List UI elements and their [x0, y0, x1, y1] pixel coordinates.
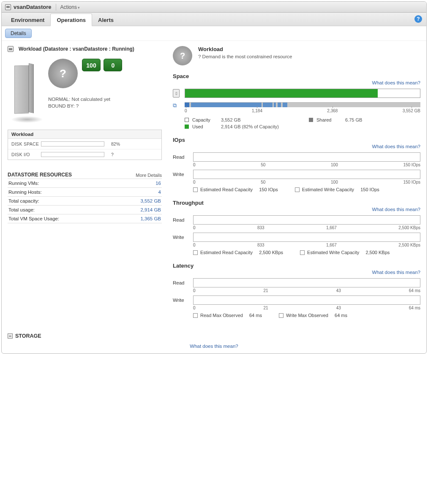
- tab-operations[interactable]: Operations: [50, 14, 92, 26]
- workload-box-title: Workload: [8, 130, 161, 139]
- datastore-icon: ▯: [173, 89, 180, 98]
- score-badge-100: 100: [82, 59, 101, 71]
- help-link[interactable]: What does this mean?: [190, 344, 238, 349]
- help-link[interactable]: What does this mean?: [173, 270, 420, 275]
- help-link[interactable]: What does this mean?: [173, 207, 420, 212]
- checkbox[interactable]: [300, 250, 305, 255]
- checkbox[interactable]: [295, 187, 300, 192]
- resources-table: Running VMs:16 Running Hosts:4 Total cap…: [8, 179, 162, 223]
- datastore-icon: [5, 4, 11, 10]
- throughput-read-bar: [193, 215, 420, 225]
- throughput-write-bar: [193, 233, 420, 242]
- space-bar: [185, 89, 420, 98]
- section-iops: IOps: [173, 137, 420, 143]
- titlebar: vsanDatastore Actions: [2, 2, 426, 13]
- table-row: Total usage:2,914 GB: [8, 206, 162, 214]
- iops-read-bar: [193, 152, 420, 162]
- checkbox[interactable]: [193, 250, 198, 255]
- more-details-link[interactable]: More Details: [136, 173, 162, 178]
- vms-icon: ⧉: [173, 102, 180, 109]
- table-row: Total capacity:3,552 GB: [8, 197, 162, 206]
- latency-write-bar: [193, 295, 420, 305]
- latency-read-bar: [193, 278, 420, 287]
- right-header: ? Workload ? Demand is the most constrai…: [173, 46, 420, 65]
- datastore-icon: [8, 46, 14, 52]
- space-axis: 0 1,184 2,368 3,552 GB: [185, 108, 420, 113]
- table-row: Running Hosts:4: [8, 188, 162, 197]
- section-space: Space: [173, 73, 420, 79]
- section-latency: Latency: [173, 263, 420, 269]
- checkbox[interactable]: [279, 313, 284, 318]
- server-graphic: [9, 63, 43, 122]
- space-legend: Capacity3,552 GB Shared6.75 GB Used2,914…: [185, 117, 420, 129]
- checkbox[interactable]: [193, 313, 198, 318]
- help-link[interactable]: What does this mean?: [173, 80, 420, 85]
- subbar: Details: [2, 26, 426, 41]
- distribution-bar: [185, 102, 420, 107]
- section-throughput: Throughput: [173, 200, 420, 206]
- actions-menu[interactable]: Actions: [60, 4, 80, 10]
- table-row: Total VM Space Usage:1,365 GB: [8, 214, 162, 223]
- workload-row-diskspace: DISK SPACE 82%: [8, 139, 161, 149]
- help-icon[interactable]: ?: [414, 15, 422, 23]
- collapse-icon[interactable]: −: [8, 333, 13, 339]
- score-badge-0: 0: [104, 59, 122, 71]
- checkbox[interactable]: [193, 187, 198, 192]
- workload-box: Workload DISK SPACE 82% DISK I/O ?: [8, 130, 162, 160]
- tabs: Environment Operations Alerts ?: [2, 13, 426, 26]
- tab-alerts[interactable]: Alerts: [92, 14, 120, 26]
- right-title: Workload: [198, 46, 292, 52]
- left-status: NORMAL: Not calculated yet BOUND BY: ?: [48, 96, 160, 109]
- title: vsanDatastore: [14, 4, 52, 10]
- iops-write-bar: [193, 170, 420, 179]
- gear-icon: ?: [173, 46, 192, 65]
- table-row: Running VMs:16: [8, 179, 162, 188]
- right-subtitle: ? Demand is the most constrained resourc…: [198, 54, 292, 59]
- workload-row-diskio: DISK I/O ?: [8, 149, 161, 160]
- help-link[interactable]: What does this mean?: [173, 144, 420, 149]
- tab-environment[interactable]: Environment: [5, 14, 50, 26]
- resources-title: DATASTORE RESOURCES: [8, 172, 72, 178]
- details-button[interactable]: Details: [5, 29, 32, 38]
- gear-icon: ?: [48, 59, 78, 88]
- storage-section: − STORAGE: [8, 333, 420, 339]
- left-heading: Workload (Datastore : vsanDatastore : Ru…: [8, 46, 162, 52]
